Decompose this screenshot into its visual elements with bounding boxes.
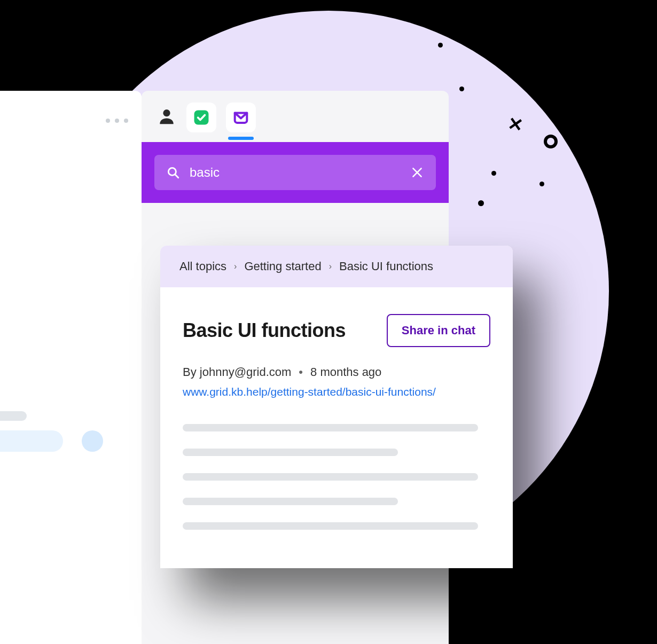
share-in-chat-button[interactable]: Share in chat — [387, 314, 490, 347]
decorative-ring-icon — [544, 135, 558, 148]
breadcrumb: All topics › Getting started › Basic UI … — [160, 246, 513, 287]
article-card: All topics › Getting started › Basic UI … — [160, 246, 513, 568]
clear-search-icon[interactable] — [410, 166, 424, 179]
decorative-dot — [529, 83, 534, 88]
search-bar: basic — [142, 142, 449, 203]
decorative-dot — [438, 43, 443, 48]
decorative-plus-icon: ✕ — [506, 115, 525, 134]
background-nav-stub — [0, 411, 103, 452]
background-panel — [0, 91, 142, 644]
svg-point-2 — [168, 168, 176, 175]
decorative-dot — [481, 35, 486, 40]
ellipsis-icon — [106, 119, 128, 123]
breadcrumb-item[interactable]: All topics — [179, 260, 226, 273]
search-input-value: basic — [190, 165, 401, 180]
app-toolbar — [142, 91, 449, 142]
person-icon[interactable] — [157, 106, 177, 129]
separator-dot-icon: • — [299, 365, 303, 379]
svg-point-0 — [163, 109, 170, 116]
svg-line-3 — [175, 175, 178, 177]
breadcrumb-item[interactable]: Getting started — [244, 260, 321, 273]
decorative-dot — [539, 182, 544, 186]
decorative-dot — [491, 171, 496, 176]
article-meta: By johnny@grid.com • 8 months ago — [183, 365, 490, 379]
search-input[interactable]: basic — [154, 155, 436, 190]
article-url-link[interactable]: www.grid.kb.help/getting-started/basic-u… — [183, 386, 490, 398]
breadcrumb-item[interactable]: Basic UI functions — [339, 260, 433, 273]
decorative-dot — [478, 200, 484, 206]
author-label: By johnny@grid.com — [183, 365, 291, 379]
inbox-app-icon[interactable] — [226, 103, 256, 132]
search-icon — [166, 166, 180, 179]
checklist-app-icon[interactable] — [186, 103, 216, 132]
article-age: 8 months ago — [310, 365, 381, 379]
chevron-right-icon: › — [234, 262, 237, 271]
content-placeholder — [183, 424, 490, 530]
article-title: Basic UI functions — [183, 319, 346, 342]
decorative-dot — [459, 87, 464, 91]
chevron-right-icon: › — [329, 262, 332, 271]
